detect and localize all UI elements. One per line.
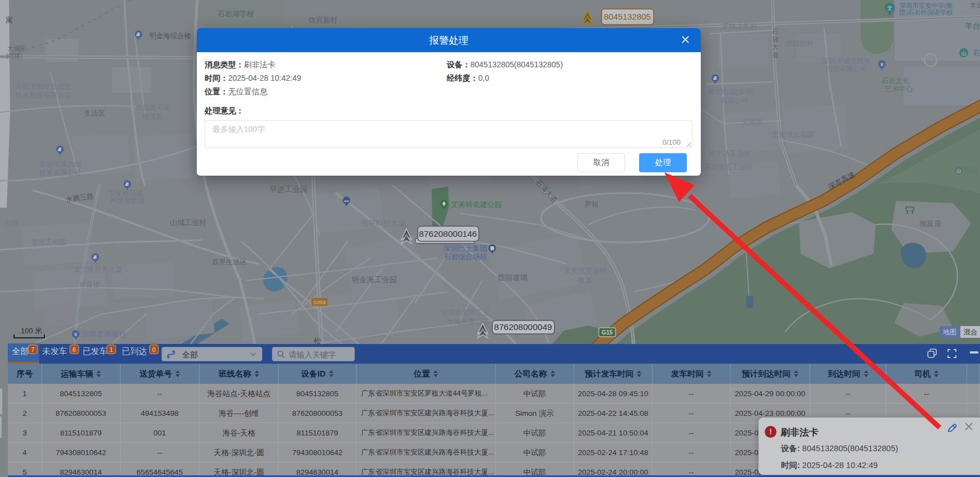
svg-text:环宇达工业区: 环宇达工业区 <box>708 150 751 158</box>
svg-text:羊台: 羊台 <box>965 21 980 30</box>
svg-text:大: 大 <box>772 43 779 51</box>
svg-text:代理有限公司: 代理有限公司 <box>825 65 867 73</box>
svg-text:深圳农商银行: 深圳农商银行 <box>81 330 127 338</box>
svg-text:智能有限公司: 智能有限公司 <box>447 318 489 325</box>
svg-text:岩: 岩 <box>772 35 779 43</box>
svg-text:876208000049: 876208000049 <box>494 322 552 332</box>
svg-text:S359: S359 <box>313 299 326 305</box>
svg-text:荔景生活区: 荔景生活区 <box>212 258 247 266</box>
svg-text:信宜新村: 信宜新村 <box>308 16 338 24</box>
svg-text:明金海工业园: 明金海工业园 <box>352 276 397 284</box>
svg-text:团)石岩外国语学校: 团)石岩外国语学校 <box>899 9 953 16</box>
svg-text:大城际: 大城际 <box>7 45 26 52</box>
svg-text:艾美特党建公园: 艾美特党建公园 <box>451 200 502 209</box>
svg-text:唐荣电器(深圳): 唐荣电器(深圳) <box>708 88 754 96</box>
svg-text:煌朝玻璃: 煌朝玻璃 <box>497 273 528 282</box>
svg-text:宏发悦云花园: 宏发悦云花园 <box>772 131 814 139</box>
svg-text:技术有限公司: 技术有限公司 <box>39 169 81 177</box>
svg-text:石: 石 <box>771 27 779 35</box>
svg-text:艺术中心: 艺术中心 <box>885 85 913 93</box>
svg-text:G15: G15 <box>602 329 613 336</box>
svg-text:876208000146: 876208000146 <box>419 229 477 238</box>
svg-text:道: 道 <box>772 51 779 59</box>
svg-text:(在建): (在建) <box>6 52 22 59</box>
svg-text:寓: 寓 <box>6 16 13 24</box>
svg-text:宏发工业园: 宏发工业园 <box>31 238 67 246</box>
svg-text:100 米: 100 米 <box>21 327 42 335</box>
svg-text:深圳巴士集团: 深圳巴士集团 <box>443 244 487 253</box>
svg-text:8045132805: 8045132805 <box>604 12 650 21</box>
svg-text:致富居: 致富居 <box>919 219 941 228</box>
svg-text:深圳市卓力能: 深圳市卓力能 <box>39 160 82 168</box>
svg-text:科技创新园: 科技创新园 <box>110 196 145 204</box>
svg-text:石岩第五工业区: 石岩第五工业区 <box>704 163 754 171</box>
svg-text:山城工业村: 山城工业村 <box>170 218 206 227</box>
svg-text:永腾三路: 永腾三路 <box>65 192 94 204</box>
svg-text:石岩文化: 石岩文化 <box>881 77 910 85</box>
svg-text:宝安桃花源: 宝安桃花源 <box>108 189 144 197</box>
svg-text:业园: 业园 <box>4 219 19 227</box>
svg-text:¥: ¥ <box>880 62 883 67</box>
svg-text:石岩: 石岩 <box>973 49 980 57</box>
svg-text:海谷科技大厦: 海谷科技大厦 <box>360 219 406 227</box>
svg-text:梨园新村: 梨园新村 <box>785 40 813 48</box>
svg-text:文: 文 <box>887 5 893 11</box>
svg-text:地图: 地图 <box>943 328 957 336</box>
svg-text:深圳市凯欣达信息: 深圳市凯欣达信息 <box>15 82 71 90</box>
svg-text:罗租: 罗租 <box>585 200 599 208</box>
svg-text:深圳市宝安中学(集: 深圳市宝安中学(集 <box>899 2 953 9</box>
svg-text:宏源发石岩: 宏源发石岩 <box>136 104 171 112</box>
svg-text:云熙谷: 云熙谷 <box>742 118 764 126</box>
svg-text:物流园: 物流园 <box>142 113 164 121</box>
svg-text:ATM: ATM <box>344 200 349 203</box>
svg-text:华富楼: 华富楼 <box>79 281 100 288</box>
svg-text:¥: ¥ <box>74 332 77 337</box>
svg-text:混合: 混合 <box>964 328 978 336</box>
svg-text:有限公司: 有限公司 <box>720 97 748 105</box>
svg-text:深圳市诚亿财务: 深圳市诚亿财务 <box>822 57 871 65</box>
svg-text:生活区: 生活区 <box>84 109 105 117</box>
svg-text:明金海综合楼: 明金海综合楼 <box>149 32 191 40</box>
svg-text:山: 山 <box>961 51 967 56</box>
svg-text:石清大道: 石清大道 <box>534 178 559 205</box>
svg-text:阳台: 阳台 <box>964 167 978 175</box>
svg-text:金三角商务大厦: 金三角商务大厦 <box>73 265 123 273</box>
svg-text:羊台: 羊台 <box>970 2 980 8</box>
svg-text:深圳市宏申工业: 深圳市宏申工业 <box>441 309 490 317</box>
svg-text:石岩综合场站: 石岩综合场站 <box>443 253 487 261</box>
svg-text:早进工业园: 早进工业园 <box>270 185 308 194</box>
svg-text:技术股份有限公司: 技术股份有限公司 <box>15 91 71 99</box>
svg-text:石岩湖学校: 石岩湖学校 <box>218 10 254 18</box>
svg-text:罗租上新村: 罗租上新村 <box>722 22 757 30</box>
svg-text:山: 山 <box>956 168 961 173</box>
svg-text:宝安区艾美特: 宝安区艾美特 <box>563 267 607 275</box>
svg-text:电器: 电器 <box>577 276 592 285</box>
